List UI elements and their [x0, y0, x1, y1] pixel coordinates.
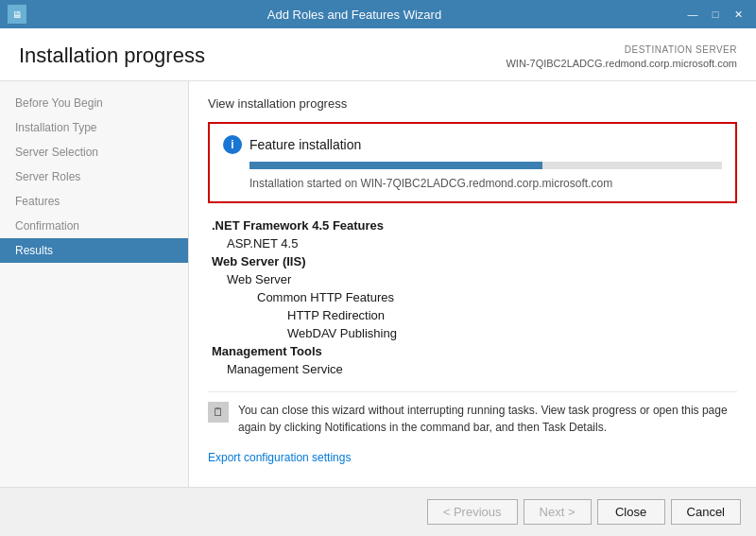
feature-list-item: .NET Framework 4.5 Features [212, 216, 733, 234]
feature-list: .NET Framework 4.5 FeaturesASP.NET 4.5We… [208, 216, 737, 378]
minimize-button[interactable]: — [682, 6, 703, 23]
feature-list-item: Web Server (IIS) [212, 252, 733, 270]
title-bar: 🖥 Add Roles and Features Wizard — □ ✕ [0, 0, 756, 28]
window-close-button[interactable]: ✕ [728, 6, 748, 23]
sidebar: Before You BeginInstallation TypeServer … [0, 81, 189, 487]
next-button[interactable]: Next > [524, 499, 592, 525]
note-text: You can close this wizard without interr… [238, 402, 737, 436]
window-controls: — □ ✕ [682, 6, 748, 23]
wizard-header: Installation progress DESTINATION SERVER… [0, 28, 756, 81]
info-icon: i [223, 135, 242, 154]
cancel-button[interactable]: Cancel [671, 499, 741, 525]
install-status: Installation started on WIN-7QIBC2LADCG.… [249, 177, 722, 190]
sidebar-item-server-roles[interactable]: Server Roles [0, 164, 188, 189]
destination-label: DESTINATION SERVER [506, 43, 737, 57]
feature-list-item: Management Service [212, 360, 733, 378]
sidebar-item-installation-type[interactable]: Installation Type [0, 115, 188, 140]
feature-list-item: Management Tools [212, 342, 733, 360]
app-icon: 🖥 [8, 5, 26, 24]
feature-title: Feature installation [249, 137, 361, 152]
main-panel: View installation progress i Feature ins… [189, 81, 756, 487]
progress-bar-container [249, 162, 722, 169]
feature-list-item: Common HTTP Features [212, 288, 733, 306]
window-title: Add Roles and Features Wizard [26, 8, 682, 22]
sidebar-item-results[interactable]: Results [0, 238, 188, 263]
progress-bar-fill [249, 162, 542, 169]
note-icon: 🗒 [208, 402, 229, 423]
section-title: View installation progress [208, 96, 737, 111]
sidebar-item-before-you-begin[interactable]: Before You Begin [0, 91, 188, 115]
feature-list-item: HTTP Redirection [212, 306, 733, 324]
maximize-button[interactable]: □ [705, 6, 726, 23]
sidebar-item-features[interactable]: Features [0, 189, 188, 214]
feature-list-item: ASP.NET 4.5 [212, 234, 733, 252]
wizard-footer: < Previous Next > Close Cancel [0, 487, 756, 536]
feature-list-item: Web Server [212, 270, 733, 288]
feature-box-header: i Feature installation [223, 135, 722, 154]
destination-server-info: DESTINATION SERVER WIN-7QIBC2LADCG.redmo… [506, 43, 737, 71]
sidebar-item-server-selection[interactable]: Server Selection [0, 140, 188, 164]
info-note: 🗒 You can close this wizard without inte… [208, 391, 737, 445]
wizard-content: Before You BeginInstallation TypeServer … [0, 81, 756, 487]
page-title: Installation progress [19, 43, 205, 68]
close-button[interactable]: Close [597, 499, 665, 525]
wizard-body: Installation progress DESTINATION SERVER… [0, 28, 756, 536]
destination-server-name: WIN-7QIBC2LADCG.redmond.corp.microsoft.c… [506, 57, 737, 71]
sidebar-item-confirmation[interactable]: Confirmation [0, 214, 188, 238]
export-link[interactable]: Export configuration settings [208, 451, 351, 464]
feature-installation-box: i Feature installation Installation star… [208, 122, 737, 203]
previous-button[interactable]: < Previous [427, 499, 518, 525]
feature-list-item: WebDAV Publishing [212, 324, 733, 342]
